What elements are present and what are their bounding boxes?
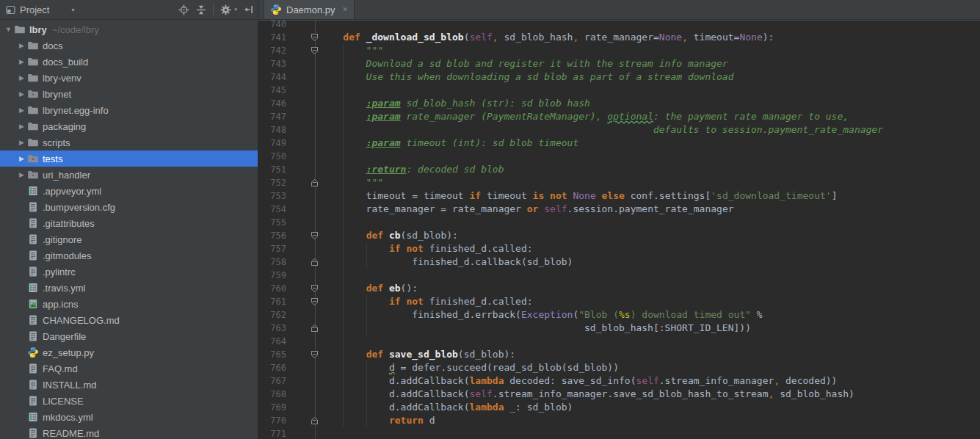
code-line[interactable]: 755	[258, 216, 980, 229]
code-line[interactable]: 756 def cb(sd_blob):	[258, 229, 980, 242]
line-number[interactable]: 750	[258, 150, 286, 163]
line-number[interactable]: 759	[258, 269, 286, 282]
tree-item--bumpversion-cfg[interactable]: .bumpversion.cfg	[0, 199, 258, 215]
line-number[interactable]: 749	[258, 137, 286, 150]
tree-item--travis-yml[interactable]: .travis.yml	[0, 280, 258, 296]
gear-chevron-down-icon[interactable]: ▾	[234, 7, 237, 12]
line-number[interactable]: 756	[258, 229, 286, 242]
line-number[interactable]: 766	[258, 361, 286, 374]
code-line[interactable]: 746 :param sd_blob_hash (str): sd blob h…	[258, 97, 980, 110]
tab-daemon-py[interactable]: Daemon.py ×	[264, 0, 355, 19]
code-line[interactable]: 767 d.addCallback(lambda decoded: save_s…	[258, 374, 980, 388]
chevron-down-icon[interactable]: ▾	[71, 7, 74, 13]
line-number[interactable]: 746	[258, 97, 286, 110]
code-line[interactable]: 748 defaults to session.payment_rate_man…	[258, 123, 980, 137]
code-line[interactable]: 765 def save_sd_blob(sd_blob):	[258, 348, 980, 361]
tree-item-app-icns[interactable]: app.icns	[0, 296, 258, 312]
code-line[interactable]: 750	[258, 150, 980, 163]
tree-item--appveyor-yml[interactable]: .appveyor.yml	[0, 183, 258, 199]
code-line[interactable]: 764	[258, 335, 980, 348]
gear-icon[interactable]	[220, 4, 231, 15]
line-number[interactable]: 762	[258, 308, 286, 322]
line-number[interactable]: 744	[258, 70, 286, 84]
code-line[interactable]: 770 return d	[258, 414, 980, 427]
line-number[interactable]: 742	[258, 44, 286, 57]
code-line[interactable]: 745	[258, 84, 980, 97]
tree-item-tests[interactable]: ▶tests	[0, 150, 258, 167]
code-line[interactable]: 762 finished_d.errback(Exception("Blob (…	[258, 308, 980, 322]
tree-item-ez-setup-py[interactable]: ez_setup.py	[0, 344, 258, 360]
line-number[interactable]: 755	[258, 216, 286, 229]
code-line[interactable]: 769 d.addCallback(lambda _: sd_blob)	[258, 401, 980, 414]
fold-marker-down-icon[interactable]	[311, 351, 318, 358]
code-line[interactable]: 759	[258, 269, 980, 282]
tree-item--pylintrc[interactable]: .pylintrc	[0, 264, 258, 280]
locate-icon[interactable]	[178, 4, 189, 15]
line-number[interactable]: 758	[258, 255, 286, 269]
chevron-collapsed-icon[interactable]: ▶	[16, 58, 27, 65]
tab-close-icon[interactable]: ×	[342, 4, 347, 15]
tree-item-changelog-md[interactable]: CHANGELOG.md	[0, 312, 258, 328]
code-line[interactable]: 744 Use this when downloading a sd blob …	[258, 70, 980, 84]
chevron-collapsed-icon[interactable]: ▶	[16, 90, 27, 98]
code-line[interactable]: 760 def eb():	[258, 282, 980, 295]
chevron-collapsed-icon[interactable]: ▶	[16, 155, 27, 162]
fold-marker-down-icon[interactable]	[311, 298, 318, 305]
tree-item-docs[interactable]: ▶docs	[0, 37, 258, 54]
line-number[interactable]: 767	[258, 374, 286, 388]
tree-item-install-md[interactable]: INSTALL.md	[0, 377, 258, 393]
code-line[interactable]: 743 Download a sd blob and register it w…	[258, 57, 980, 70]
line-number[interactable]: 771	[258, 427, 286, 439]
code-line[interactable]: 766 d = defer.succeed(read_sd_blob(sd_bl…	[258, 361, 980, 374]
code-line[interactable]: 752 """	[258, 176, 980, 189]
code-line[interactable]: 742 """	[258, 44, 980, 57]
collapse-all-icon[interactable]	[196, 4, 206, 15]
tree-item-docs-build[interactable]: ▶docs_build	[0, 54, 258, 70]
line-number[interactable]: 754	[258, 203, 286, 216]
tree-item-lbrynet-egg-info[interactable]: ▶lbrynet.egg-info	[0, 102, 258, 118]
fold-marker-up-icon[interactable]	[311, 417, 318, 424]
chevron-collapsed-icon[interactable]: ▶	[16, 171, 27, 178]
tree-item-readme-md[interactable]: README.md	[0, 425, 258, 439]
line-number[interactable]: 740	[258, 20, 286, 31]
fold-marker-down-icon[interactable]	[311, 285, 318, 292]
tree-item-lbry-venv[interactable]: ▶lbry-venv	[0, 70, 258, 86]
fold-marker-up-icon[interactable]	[311, 258, 318, 266]
line-number[interactable]: 752	[258, 176, 286, 189]
code-line[interactable]: 761 if not finished_d.called:	[258, 295, 980, 308]
line-number[interactable]: 764	[258, 335, 286, 348]
line-number[interactable]: 765	[258, 348, 286, 361]
line-number[interactable]: 763	[258, 322, 286, 335]
tree-item-uri-handler[interactable]: ▶uri_handler	[0, 167, 258, 183]
tree-item--gitignore[interactable]: .gitignore	[0, 231, 258, 247]
fold-marker-down-icon[interactable]	[311, 34, 318, 41]
tree-item-faq-md[interactable]: FAQ.md	[0, 360, 258, 377]
tree-item--gitmodules[interactable]: .gitmodules	[0, 247, 258, 264]
line-number[interactable]: 761	[258, 295, 286, 308]
code-line[interactable]: 740	[258, 20, 980, 31]
chevron-collapsed-icon[interactable]: ▶	[16, 123, 27, 130]
line-number[interactable]: 748	[258, 123, 286, 137]
tree-item-packaging[interactable]: ▶packaging	[0, 118, 258, 134]
code-line[interactable]: 753 timeout = timeout if timeout is not …	[258, 189, 980, 203]
code-line[interactable]: 768 d.addCallback(self.stream_info_manag…	[258, 388, 980, 401]
line-number[interactable]: 743	[258, 57, 286, 70]
tree-item-license[interactable]: LICENSE	[0, 393, 258, 409]
code-line[interactable]: 747 :param rate_manager (PaymentRateMana…	[258, 110, 980, 123]
fold-marker-up-icon[interactable]	[311, 324, 318, 332]
code-line[interactable]: 771	[258, 427, 980, 439]
line-number[interactable]: 760	[258, 282, 286, 295]
tree-item-scripts[interactable]: ▶scripts	[0, 134, 258, 150]
fold-marker-down-icon[interactable]	[311, 232, 318, 239]
hide-panel-icon[interactable]	[244, 4, 253, 15]
chevron-collapsed-icon[interactable]: ▶	[16, 106, 27, 114]
line-number[interactable]: 753	[258, 189, 286, 203]
code-line[interactable]: 751 :return: decoded sd blob	[258, 163, 980, 176]
line-number[interactable]: 768	[258, 388, 286, 401]
code-line[interactable]: 749 :param timeout (int): sd blob timeou…	[258, 137, 980, 150]
chevron-expanded-icon[interactable]: ▼	[3, 26, 14, 33]
line-number[interactable]: 769	[258, 401, 286, 414]
line-number[interactable]: 747	[258, 110, 286, 123]
fold-marker-up-icon[interactable]	[311, 179, 318, 186]
code-line[interactable]: 741 def _download_sd_blob(self, sd_blob_…	[258, 31, 980, 44]
